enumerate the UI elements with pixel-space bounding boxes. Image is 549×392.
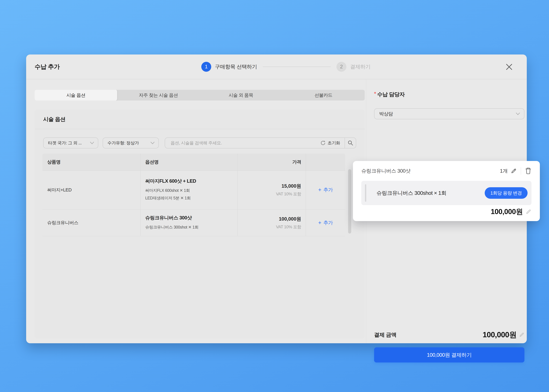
price-type-value: 수가유형: 정상가	[107, 140, 139, 146]
edit-quantity-button[interactable]	[511, 168, 517, 174]
procedure-options-panel: 시술 옵션 타겟 국가: 그 외 ... 수가유형: 정상가	[35, 110, 365, 338]
row-option-cell: 써마지FLX 600샷 + LED 써마지FLX 600shot ✕ 1회 LE…	[141, 170, 238, 209]
price-type-dropdown[interactable]: 수가유형: 정상가	[103, 137, 159, 148]
required-asterisk: *	[374, 91, 376, 97]
target-country-value: 타겟 국가: 그 외 ...	[48, 140, 82, 146]
tab-non-procedure-items[interactable]: 시술 외 품목	[200, 90, 282, 100]
reset-label: 초기화	[328, 140, 340, 146]
category-tabs: 시술 옵션 자주 찾는 시술 옵션 시술 외 품목 선불카드	[35, 90, 365, 100]
delete-item-button[interactable]	[525, 168, 531, 174]
tab-favorite-procedure-options[interactable]: 자주 찾는 시술 옵션	[117, 90, 200, 100]
add-button-label: 추가	[323, 219, 333, 226]
close-button[interactable]	[505, 62, 514, 71]
manager-label-text: 수납 담당자	[377, 91, 405, 97]
search-bar: 초기화	[165, 137, 356, 148]
selected-item-card: 슈링크유니버스 300샷 1개	[353, 161, 540, 221]
pencil-icon	[526, 209, 531, 215]
header-option: 옵션명	[141, 154, 238, 170]
step-1-circle: 1	[201, 62, 211, 72]
manager-section-label: *수납 담당자	[374, 91, 405, 98]
tab-prepaid-card[interactable]: 선불카드	[282, 90, 365, 100]
close-icon	[506, 63, 513, 70]
row-price-cell: 15,000원 VAT 10% 포함	[238, 170, 306, 209]
chevron-down-icon	[90, 141, 94, 144]
tab-procedure-options[interactable]: 시술 옵션	[35, 90, 117, 100]
plus-icon: +	[318, 220, 321, 225]
row-product-name: 써마지+LED	[42, 170, 141, 209]
reset-button[interactable]: 초기화	[320, 140, 345, 146]
filters-row: 타겟 국가: 그 외 ... 수가유형: 정상가	[43, 137, 356, 148]
manager-dropdown[interactable]: 박상담	[374, 108, 524, 119]
change-dose-button[interactable]: 1회당 용량 변경	[485, 187, 528, 199]
payment-amount-row: 결제 금액 100,000원	[374, 328, 524, 342]
search-button[interactable]	[345, 138, 356, 148]
pay-button[interactable]: 100,000원 결제하기	[374, 347, 524, 363]
add-button-label: 추가	[323, 187, 333, 193]
row-price: 15,000원	[282, 183, 301, 189]
step-1-label: 구매항목 선택하기	[215, 63, 257, 70]
search-input[interactable]	[165, 138, 320, 148]
card-header-divider	[521, 167, 521, 175]
modal-header: 수납 추가 1 구매항목 선택하기 2 결제하기	[26, 55, 527, 79]
refresh-icon	[320, 140, 326, 146]
row-option-cell: 슈링크유니버스 300샷 슈링크유니버스 300shot ✕ 1회	[141, 210, 238, 236]
manager-selected-value: 박상담	[379, 111, 393, 117]
row-price: 100,000원	[279, 216, 301, 222]
table-row: 써마지+LED 써마지FLX 600샷 + LED 써마지FLX 600shot…	[42, 170, 345, 210]
row-option-title: 써마지FLX 600샷 + LED	[145, 178, 237, 184]
card-option-box: 슈링크유니버스 300shot × 1회 1회당 용량 변경	[361, 181, 531, 205]
trash-icon	[525, 168, 531, 174]
target-country-dropdown[interactable]: 타겟 국가: 그 외 ...	[43, 137, 98, 148]
pencil-icon	[511, 168, 517, 174]
chevron-down-icon	[150, 141, 155, 144]
stepper-connector	[263, 67, 331, 67]
header-price: 가격	[238, 154, 306, 170]
edit-price-button[interactable]	[526, 209, 531, 215]
step-2-label: 결제하기	[350, 63, 370, 70]
table-header-row: 상품명 옵션명 가격	[42, 154, 345, 170]
table-row: 슈링크유니버스 슈링크유니버스 300샷 슈링크유니버스 300shot ✕ 1…	[42, 210, 345, 236]
card-quantity: 1개	[500, 168, 508, 174]
row-price-cell: 100,000원 VAT 10% 포함	[238, 210, 306, 236]
desktop-background: 수납 추가 1 구매항목 선택하기 2 결제하기 시술 옵션 자주 찾	[0, 0, 549, 392]
row-option-sub: LED재생레이저 5분 ✕ 1회	[145, 194, 237, 202]
panel-heading: 시술 옵션	[35, 110, 365, 129]
row-option-sub: 써마지FLX 600shot ✕ 1회	[145, 187, 237, 194]
row-option-title: 슈링크유니버스 300샷	[145, 215, 237, 221]
card-option-text: 슈링크유니버스 300shot × 1회	[376, 181, 446, 205]
pencil-icon	[519, 332, 524, 337]
stepper: 1 구매항목 선택하기 2 결제하기	[201, 55, 370, 79]
card-price-value: 100,000원	[491, 207, 523, 217]
row-option-sub: 슈링크유니버스 300shot ✕ 1회	[145, 224, 237, 231]
options-table: 상품명 옵션명 가격 써마지+LED 써마지FLX 600샷 + LED 써마지…	[42, 154, 345, 236]
step-2-circle: 2	[337, 62, 346, 72]
row-action-cell: + 추가	[306, 210, 345, 236]
search-icon	[348, 140, 353, 146]
add-button[interactable]: + 추가	[317, 219, 334, 226]
row-product-name: 슈링크유니버스	[42, 210, 141, 236]
row-vat-note: VAT 10% 포함	[276, 191, 301, 197]
table-scrollbar-thumb[interactable]	[348, 169, 351, 233]
row-action-cell: + 추가	[306, 170, 345, 209]
header-product: 상품명	[42, 154, 141, 170]
plus-icon: +	[318, 187, 321, 193]
edit-payment-amount-button[interactable]	[519, 332, 524, 337]
card-header: 슈링크유니버스 300샷 1개	[361, 161, 531, 181]
chevron-down-icon	[516, 112, 520, 115]
card-title: 슈링크유니버스 300샷	[361, 167, 410, 175]
payment-amount-label: 결제 금액	[374, 331, 396, 338]
add-button[interactable]: + 추가	[317, 186, 334, 193]
option-accent-bar	[365, 184, 366, 202]
row-vat-note: VAT 10% 포함	[276, 224, 301, 230]
payment-amount-value: 100,000원	[483, 330, 517, 340]
header-action	[306, 154, 345, 170]
modal-title: 수납 추가	[35, 55, 60, 79]
card-price-row: 100,000원	[361, 205, 531, 218]
